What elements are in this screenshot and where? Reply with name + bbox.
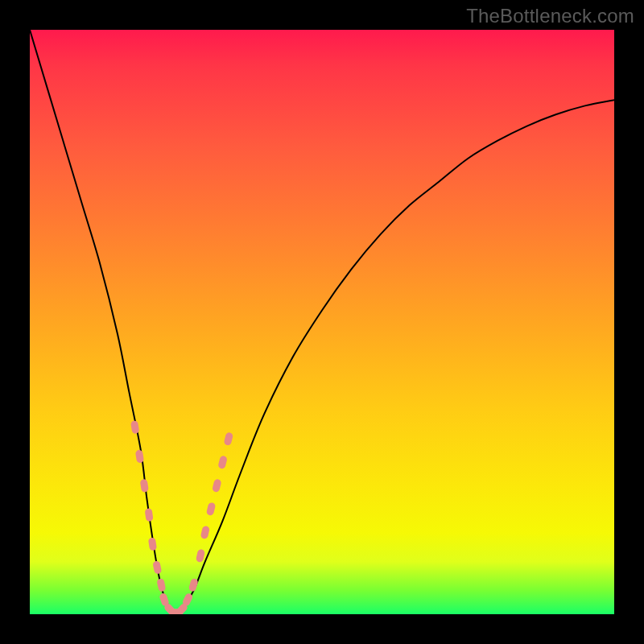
marker-pill <box>135 449 144 463</box>
marker-pill <box>224 431 234 446</box>
marker-pill <box>206 502 217 516</box>
marker-pill <box>196 549 205 564</box>
curve-svg <box>30 30 614 614</box>
marker-pill <box>200 526 210 540</box>
marker-pill <box>188 578 199 592</box>
marker-pill <box>140 479 149 493</box>
plot-area <box>30 30 614 614</box>
marker-pill <box>145 508 154 522</box>
marker-pill <box>217 455 228 469</box>
marker-pill <box>152 560 162 575</box>
marker-pill <box>148 537 157 551</box>
marker-pill <box>212 478 222 493</box>
marker-pill <box>156 578 166 592</box>
marker-pill <box>130 420 139 434</box>
chart-frame: TheBottleneck.com <box>0 0 644 644</box>
curve-markers <box>130 420 233 614</box>
bottleneck-curve <box>30 30 614 614</box>
watermark-text: TheBottleneck.com <box>466 5 634 27</box>
